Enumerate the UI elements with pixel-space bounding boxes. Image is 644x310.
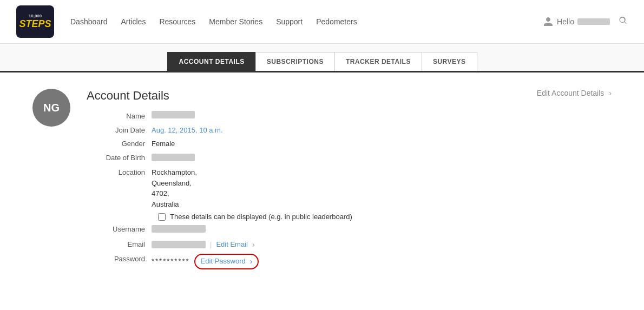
hello-text: Hello bbox=[557, 17, 574, 26]
email-label: Email bbox=[87, 239, 152, 250]
edit-account-label: Edit Account Details bbox=[537, 89, 604, 97]
location-line1: Rockhampton, bbox=[152, 167, 197, 178]
location-value: Rockhampton, Queensland, 4702, Australia bbox=[152, 167, 197, 209]
search-button[interactable] bbox=[618, 16, 628, 28]
gender-label: Gender bbox=[87, 138, 152, 149]
email-row: Email | Edit Email › bbox=[87, 239, 612, 250]
nav-resources[interactable]: Resources bbox=[159, 17, 195, 26]
account-title: Account Details bbox=[87, 89, 612, 103]
edit-email-chevron: › bbox=[252, 239, 255, 250]
account-section: NG Account Details Name Join Date Aug. 1… bbox=[32, 89, 612, 273]
public-checkbox-label: These details can be displayed (e.g. in … bbox=[170, 213, 352, 221]
main-content: NG Account Details Name Join Date Aug. 1… bbox=[0, 72, 644, 289]
email-value: | Edit Email › bbox=[152, 239, 255, 250]
name-value bbox=[152, 111, 195, 122]
user-icon bbox=[543, 16, 554, 27]
user-greeting: Hello bbox=[543, 16, 610, 27]
tab-subscriptions[interactable]: SUBSCRIPTIONS bbox=[255, 52, 335, 71]
header: 10,000 STEPS Dashboard Articles Resource… bbox=[0, 0, 644, 44]
password-dots: ********** bbox=[152, 256, 190, 267]
name-row: Name bbox=[87, 111, 612, 122]
name-redacted bbox=[152, 111, 195, 118]
username-label: Username bbox=[87, 224, 152, 235]
edit-account-link[interactable]: Edit Account Details › bbox=[537, 89, 612, 97]
public-checkbox-row: These details can be displayed (e.g. in … bbox=[87, 213, 612, 221]
location-line2: Queensland, bbox=[152, 178, 197, 189]
account-info: Account Details Name Join Date Aug. 12, … bbox=[87, 89, 612, 273]
location-line3: 4702, bbox=[152, 188, 197, 199]
dob-redacted bbox=[152, 154, 195, 161]
edit-email-link[interactable]: Edit Email bbox=[216, 239, 248, 250]
account-fields: Name Join Date Aug. 12, 2015, 10 a.m. Ge… bbox=[87, 111, 612, 269]
edit-password-button[interactable]: Edit Password › bbox=[194, 254, 259, 269]
gender-value: Female bbox=[152, 138, 175, 149]
email-redacted bbox=[152, 241, 206, 248]
password-row: Password ********** Edit Password › bbox=[87, 254, 612, 269]
dob-value bbox=[152, 153, 195, 164]
nav-pedometers[interactable]: Pedometers bbox=[316, 17, 357, 26]
logo: 10,000 STEPS bbox=[16, 5, 54, 38]
location-row: Location Rockhampton, Queensland, 4702, … bbox=[87, 167, 612, 209]
dob-label: Date of Birth bbox=[87, 153, 152, 163]
tab-tracker-details[interactable]: TRACKER DETAILS bbox=[334, 52, 422, 71]
location-label: Location bbox=[87, 167, 152, 178]
logo-steps-text: STEPS bbox=[19, 19, 51, 30]
username-placeholder bbox=[577, 18, 610, 25]
password-value: ********** Edit Password › bbox=[152, 254, 259, 269]
nav-member-stories[interactable]: Member Stories bbox=[209, 17, 262, 26]
nav-articles[interactable]: Articles bbox=[121, 17, 146, 26]
join-date-value: Aug. 12, 2015, 10 a.m. bbox=[152, 125, 223, 136]
username-value bbox=[152, 224, 206, 236]
tab-account-details[interactable]: ACCOUNT DETAILS bbox=[167, 52, 255, 71]
search-icon bbox=[618, 16, 628, 25]
join-date-label: Join Date bbox=[87, 125, 152, 136]
username-redacted bbox=[152, 225, 206, 233]
pipe-separator: | bbox=[210, 239, 212, 250]
tab-surveys[interactable]: SURVEYS bbox=[422, 52, 477, 71]
gender-row: Gender Female bbox=[87, 138, 612, 149]
avatar: NG bbox=[32, 89, 70, 127]
username-row: Username bbox=[87, 224, 612, 236]
logo-image: 10,000 STEPS bbox=[16, 5, 54, 38]
main-nav: Dashboard Articles Resources Member Stor… bbox=[70, 17, 543, 26]
password-label: Password bbox=[87, 254, 152, 265]
location-line4: Australia bbox=[152, 199, 197, 210]
edit-password-label: Edit Password bbox=[201, 256, 246, 267]
name-label: Name bbox=[87, 111, 152, 122]
edit-password-chevron: › bbox=[250, 256, 253, 267]
nav-support[interactable]: Support bbox=[276, 17, 303, 26]
dob-row: Date of Birth bbox=[87, 153, 612, 164]
edit-account-chevron: › bbox=[609, 89, 612, 97]
tabs-bar: ACCOUNT DETAILS SUBSCRIPTIONS TRACKER DE… bbox=[0, 44, 644, 72]
join-date-row: Join Date Aug. 12, 2015, 10 a.m. bbox=[87, 125, 612, 136]
public-checkbox[interactable] bbox=[158, 213, 166, 221]
header-right: Hello bbox=[543, 16, 628, 28]
nav-dashboard[interactable]: Dashboard bbox=[70, 17, 108, 26]
